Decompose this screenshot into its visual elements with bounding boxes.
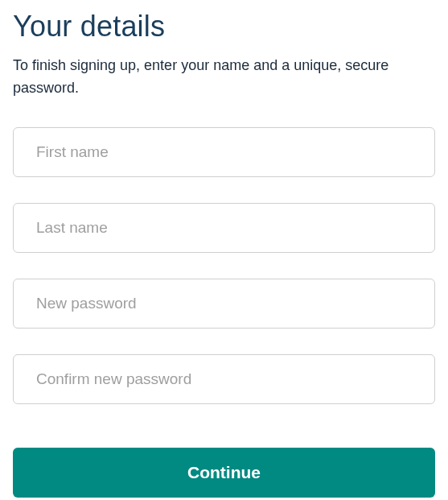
first-name-input[interactable] — [13, 127, 435, 177]
last-name-input[interactable] — [13, 203, 435, 253]
confirm-password-input[interactable] — [13, 354, 435, 404]
new-password-input[interactable] — [13, 279, 435, 329]
page-title: Your details — [13, 10, 435, 43]
signup-form: Continue — [13, 127, 435, 498]
continue-button[interactable]: Continue — [13, 448, 435, 498]
page-subtitle: To finish signing up, enter your name an… — [13, 55, 435, 100]
